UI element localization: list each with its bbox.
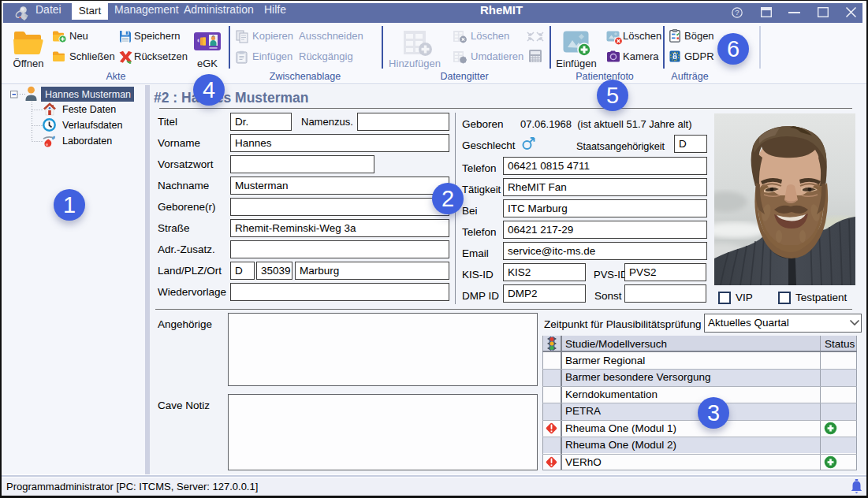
svg-text:?: ?	[735, 8, 739, 17]
